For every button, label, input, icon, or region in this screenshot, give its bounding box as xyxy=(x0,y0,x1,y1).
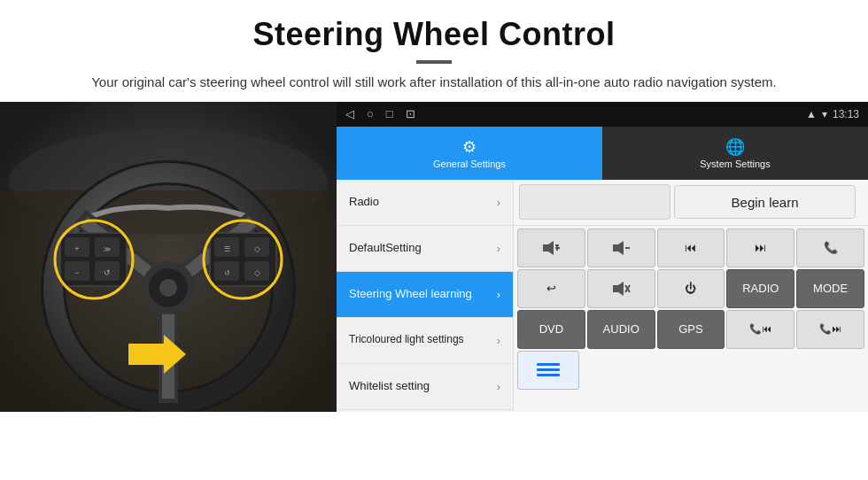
chevron-right-icon: › xyxy=(497,196,500,209)
menu-radio-label: Radio xyxy=(349,195,379,210)
svg-marker-41 xyxy=(613,282,624,296)
button-row-3: DVD AUDIO GPS 📞⏮ 📞⏭ xyxy=(517,310,864,349)
svg-rect-44 xyxy=(537,363,560,366)
signal-icon: ▲ xyxy=(806,108,817,120)
mute-button[interactable] xyxy=(587,269,655,308)
wifi-icon: ▾ xyxy=(822,108,827,120)
svg-text:◇: ◇ xyxy=(254,268,260,277)
svg-marker-35 xyxy=(543,241,554,255)
page-title: Steering Wheel Control xyxy=(0,16,868,53)
radio-button[interactable]: RADIO xyxy=(726,269,794,308)
settings-panel: Radio › DefaultSetting › Steering Wheel … xyxy=(337,180,868,412)
menu-item-whitelist[interactable]: Whitelist setting › xyxy=(337,364,513,410)
chevron-right-icon: › xyxy=(497,288,500,301)
svg-text:−: − xyxy=(74,268,79,277)
button-row-4 xyxy=(517,351,864,390)
control-buttons-grid: ⏮ ⏭ 📞 ↩ ⏻ RADIO MODE xyxy=(514,226,868,394)
status-info: ▲ ▾ 13:13 xyxy=(806,108,859,120)
menu-icon: ⊡ xyxy=(406,107,415,120)
vol-down-button[interactable] xyxy=(587,228,655,267)
chevron-right-icon: › xyxy=(497,334,500,347)
time-display: 13:13 xyxy=(833,108,859,120)
svg-text:◇: ◇ xyxy=(254,244,260,253)
tab-system-label: System Settings xyxy=(700,159,770,169)
button-row-2: ↩ ⏻ RADIO MODE xyxy=(517,269,864,308)
svg-text:↺: ↺ xyxy=(224,269,230,277)
menu-item-default[interactable]: DefaultSetting › xyxy=(337,226,513,272)
recents-icon: □ xyxy=(386,107,393,120)
menu-item-steering[interactable]: Steering Wheel learning › xyxy=(337,272,513,318)
android-ui: ◁ ○ □ ⊡ ▲ ▾ 13:13 ⚙ General Settings 🌐 S… xyxy=(337,102,868,412)
svg-rect-45 xyxy=(537,368,560,371)
chevron-right-icon: › xyxy=(497,242,500,255)
menu-item-tricoloured[interactable]: Tricoloured light settings › xyxy=(337,318,513,364)
page-header: Steering Wheel Control Your original car… xyxy=(0,0,868,102)
main-content: + ≫ − ↺ ☰ ◇ ↺ ◇ xyxy=(0,102,868,412)
phone-button[interactable]: 📞 xyxy=(796,228,864,267)
menu-tricoloured-label: Tricoloured light settings xyxy=(349,333,464,347)
phone-next-button[interactable]: 📞⏭ xyxy=(796,310,864,349)
next-track-button[interactable]: ⏭ xyxy=(726,228,794,267)
globe-icon: 🌐 xyxy=(725,137,745,157)
home-icon: ○ xyxy=(367,107,374,120)
svg-point-13 xyxy=(159,279,177,297)
steering-wheel-image: + ≫ − ↺ ☰ ◇ ↺ ◇ xyxy=(0,102,337,412)
gear-icon: ⚙ xyxy=(462,137,477,157)
tab-bar: ⚙ General Settings 🌐 System Settings xyxy=(337,127,868,180)
car-image-section: + ≫ − ↺ ☰ ◇ ↺ ◇ xyxy=(0,102,337,412)
button-row-1: ⏮ ⏭ 📞 xyxy=(517,228,864,267)
vol-up-button[interactable] xyxy=(517,228,585,267)
svg-text:≫: ≫ xyxy=(104,245,111,253)
power-button[interactable]: ⏻ xyxy=(657,269,725,308)
svg-text:+: + xyxy=(74,244,79,253)
tab-system[interactable]: 🌐 System Settings xyxy=(602,127,868,180)
menu-whitelist-label: Whitelist setting xyxy=(349,379,430,394)
right-panel: Begin learn ⏮ ⏭ 📞 xyxy=(514,180,868,412)
tab-general-label: General Settings xyxy=(433,159,506,169)
list-icon-button[interactable] xyxy=(517,351,579,390)
nav-icons: ◁ ○ □ ⊡ xyxy=(345,107,415,120)
status-bar: ◁ ○ □ ⊡ ▲ ▾ 13:13 xyxy=(337,102,868,127)
hang-up-button[interactable]: ↩ xyxy=(517,269,585,308)
phone-prev-button[interactable]: 📞⏮ xyxy=(726,310,794,349)
menu-item-radio[interactable]: Radio › xyxy=(337,180,513,226)
tab-general[interactable]: ⚙ General Settings xyxy=(337,127,602,180)
begin-learn-row: Begin learn xyxy=(514,180,868,226)
svg-text:☰: ☰ xyxy=(224,245,230,253)
dvd-button[interactable]: DVD xyxy=(517,310,585,349)
left-menu: Radio › DefaultSetting › Steering Wheel … xyxy=(337,180,514,412)
svg-marker-39 xyxy=(613,241,624,255)
begin-learn-button[interactable]: Begin learn xyxy=(674,185,856,219)
chevron-right-icon: › xyxy=(497,380,500,393)
prev-track-button[interactable]: ⏮ xyxy=(657,228,725,267)
svg-text:↺: ↺ xyxy=(104,268,111,277)
back-icon: ◁ xyxy=(345,107,354,120)
mode-button[interactable]: MODE xyxy=(796,269,864,308)
header-description: Your original car's steering wheel contr… xyxy=(0,73,868,93)
menu-default-label: DefaultSetting xyxy=(349,241,422,256)
title-divider xyxy=(416,60,452,64)
menu-steering-label: Steering Wheel learning xyxy=(349,287,472,302)
audio-button[interactable]: AUDIO xyxy=(587,310,655,349)
svg-rect-46 xyxy=(537,374,560,376)
gps-button[interactable]: GPS xyxy=(657,310,725,349)
